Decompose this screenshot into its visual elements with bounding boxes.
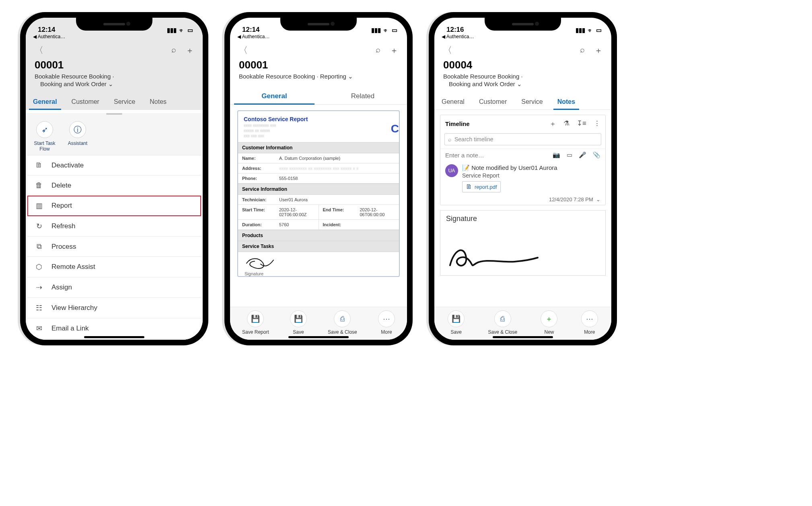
trash-icon: 🗑 — [35, 181, 43, 190]
new-button[interactable]: ＋New — [541, 310, 557, 335]
save-button[interactable]: 💾Save — [290, 310, 307, 335]
back-to-app[interactable]: ◀ Authentica… — [26, 34, 203, 41]
more-icon: ⋯ — [378, 310, 395, 327]
save-close-icon: ⎙ — [334, 310, 351, 327]
search-icon[interactable]: ⌕ — [171, 45, 176, 56]
back-to-app[interactable]: ◀ Authentica… — [230, 34, 407, 41]
note-icon: 📝 — [462, 164, 470, 171]
save-close-icon: ⎙ — [494, 310, 511, 327]
battery-icon: ▭ — [187, 27, 193, 34]
tab-customer[interactable]: Customer — [472, 94, 514, 109]
signature-region: Signature — [238, 252, 399, 276]
add-note-icon[interactable]: ＋ — [549, 119, 556, 128]
menu-report[interactable]: ▥Report — [27, 196, 201, 216]
save-button[interactable]: 💾Save — [448, 310, 465, 335]
drag-handle[interactable] — [106, 113, 122, 115]
tab-notes[interactable]: Notes — [142, 94, 174, 109]
sort-icon[interactable]: ↧≡ — [577, 119, 586, 128]
menu-deactivate[interactable]: 🗎Deactivate — [27, 155, 201, 176]
phone-notes: 12:16 ▮▮▮ᯤ▭ ◀ Authentica… 〈 ⌕＋ 00004 Boo… — [429, 12, 617, 345]
avatar: UA — [445, 164, 458, 177]
tab-bar: General Customer Service Notes — [434, 89, 611, 110]
note-attachment[interactable]: 🗎 report.pdf — [462, 181, 501, 192]
tab-related[interactable]: Related — [319, 88, 407, 104]
tab-service[interactable]: Service — [107, 94, 142, 109]
tab-general[interactable]: General — [230, 88, 319, 104]
duration: 5760 — [275, 220, 319, 229]
record-form[interactable]: Booking and Work Order ⌄ — [434, 81, 611, 89]
signature-panel[interactable]: Signature — [440, 210, 606, 276]
menu-refresh[interactable]: ↻Refresh — [27, 216, 201, 237]
more-button[interactable]: ⋯More — [378, 310, 395, 335]
tab-notes[interactable]: Notes — [550, 94, 582, 109]
more-button[interactable]: ⋯More — [581, 310, 598, 335]
tab-general[interactable]: General — [26, 94, 64, 109]
section-products: Products — [238, 230, 399, 241]
chevron-down-icon: ⌄ — [348, 73, 353, 80]
section-customer: Customer Information — [238, 142, 399, 153]
tab-bar: General Customer Service Notes — [26, 89, 203, 110]
battery-icon: ▭ — [596, 27, 602, 34]
status-time: 12:16 — [446, 26, 464, 34]
assistant[interactable]: ⓘ Assistant — [65, 121, 90, 152]
tab-customer[interactable]: Customer — [64, 94, 107, 109]
start-time: 2020-12-02T06:00:00Z — [275, 205, 319, 219]
end-time: 2020-12-06T06:00:00 — [356, 205, 399, 219]
deactivate-icon: 🗎 — [35, 161, 43, 169]
battery-icon: ▭ — [392, 27, 397, 34]
signal-icon: ▮▮▮ — [576, 27, 585, 34]
record-form[interactable]: Booking and Work Order ⌄ — [26, 81, 203, 89]
start-task-flow[interactable]: ➶ Start Task Flow — [32, 121, 57, 152]
section-tasks: Service Tasks — [238, 241, 399, 252]
add-icon[interactable]: ＋ — [594, 45, 602, 56]
filter-icon[interactable]: ⚗ — [563, 119, 569, 128]
menu-delete[interactable]: 🗑Delete — [27, 176, 201, 196]
menu-flow[interactable]: ⋙Flow — [27, 339, 201, 340]
command-bar: 💾Save ⎙Save & Close ＋New ⋯More — [434, 307, 611, 340]
save-close-button[interactable]: ⎙Save & Close — [328, 310, 357, 335]
save-icon: 💾 — [448, 310, 465, 327]
back-icon[interactable]: 〈 — [239, 44, 248, 56]
search-icon[interactable]: ⌕ — [376, 45, 380, 56]
tab-general[interactable]: General — [434, 94, 472, 109]
add-icon[interactable]: ＋ — [186, 45, 194, 56]
chevron-down-icon: ⌄ — [596, 196, 600, 202]
timeline-search[interactable]: ⌕ Search timeline — [444, 133, 601, 145]
mic-icon[interactable]: 🎤 — [579, 151, 586, 159]
search-icon: ⌕ — [448, 136, 451, 143]
more-icon: ⋯ — [581, 310, 598, 327]
menu-view-hierarchy[interactable]: ☷View Hierarchy — [27, 298, 201, 318]
record-title: 00001 — [230, 58, 407, 73]
timeline-note[interactable]: UA 📝 Note modified by User01 Aurora Serv… — [440, 162, 605, 196]
report-logo: C — [391, 111, 399, 135]
save-close-button[interactable]: ⎙Save & Close — [488, 310, 517, 335]
record-entity[interactable]: Bookable Resource Booking · Reporting ⌄ — [230, 73, 407, 81]
add-icon[interactable]: ＋ — [390, 45, 398, 56]
customer-name: A. Datum Corporation (sample) — [275, 153, 399, 163]
save-report-button[interactable]: 💾Save Report — [242, 310, 269, 335]
back-to-app[interactable]: ◀ Authentica… — [434, 34, 611, 41]
camera-icon[interactable]: 📷 — [553, 151, 560, 159]
home-indicator[interactable] — [288, 336, 349, 338]
note-date[interactable]: 12/4/2020 7:28 PM ⌄ — [440, 196, 605, 205]
process-icon: ⧉ — [35, 242, 43, 251]
enter-note[interactable]: Enter a note… 📷 ▭ 🎤 📎 — [440, 149, 605, 162]
video-icon[interactable]: ▭ — [567, 151, 572, 159]
pdf-icon: 🗎 — [466, 183, 472, 190]
back-icon[interactable]: 〈 — [35, 44, 43, 56]
action-sheet: ➶ Start Task Flow ⓘ Assistant 🗎Deactivat… — [26, 113, 203, 340]
home-indicator[interactable] — [493, 336, 553, 338]
incident — [356, 220, 399, 229]
menu-process[interactable]: ⧉Process — [27, 237, 201, 257]
attach-icon[interactable]: 📎 — [593, 151, 600, 159]
menu-assign[interactable]: ⇢Assign — [27, 277, 201, 298]
menu-remote-assist[interactable]: ⬡Remote Assist — [27, 257, 201, 277]
technician: User01 Aurora — [275, 195, 399, 204]
back-icon[interactable]: 〈 — [443, 44, 452, 56]
tab-service[interactable]: Service — [514, 94, 550, 109]
command-bar: 💾Save Report 💾Save ⎙Save & Close ⋯More — [230, 307, 407, 340]
home-indicator[interactable] — [84, 336, 144, 338]
chevron-down-icon: ⌄ — [517, 81, 522, 87]
search-icon[interactable]: ⌕ — [580, 45, 585, 56]
more-icon[interactable]: ⋮ — [594, 119, 600, 128]
